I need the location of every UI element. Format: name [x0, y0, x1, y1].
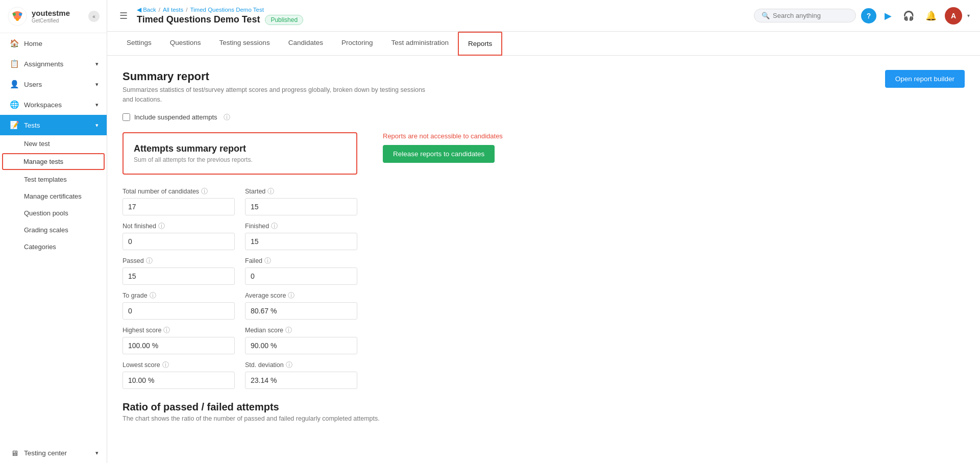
stat-value-not-finished [122, 233, 235, 250]
open-report-builder-button[interactable]: Open report builder [885, 70, 965, 88]
stat-info-icon-4[interactable]: ⓘ [146, 256, 153, 265]
sidebar-sub-manage-tests[interactable]: Manage tests [2, 153, 105, 170]
tab-candidates[interactable]: Candidates [279, 32, 332, 55]
breadcrumb-back[interactable]: ◀ Back [137, 6, 156, 13]
summary-description: Summarizes statistics of test/survey att… [122, 85, 429, 105]
tab-settings[interactable]: Settings [117, 32, 161, 55]
stat-to-grade: To grade ⓘ [122, 291, 235, 320]
not-accessible-text: Reports are not accessible to candidates [383, 132, 503, 140]
topbar: ☰ ◀ Back / All tests / Timed Questions D… [107, 0, 980, 32]
include-suspended-info-icon[interactable]: ⓘ [224, 113, 230, 122]
stat-value-median-score [245, 337, 357, 354]
stat-info-icon-0[interactable]: ⓘ [201, 187, 208, 196]
tests-arrow-icon: ▾ [95, 122, 99, 129]
users-icon: 👤 [10, 80, 19, 89]
sidebar-item-label-workspaces: Workspaces [24, 101, 62, 109]
sidebar-sub-manage-certificates[interactable]: Manage certificates [0, 188, 107, 205]
stat-total-candidates: Total number of candidates ⓘ [122, 187, 235, 215]
tabs-bar: Settings Questions Testing sessions Cand… [107, 32, 980, 56]
testing-center-arrow-icon: ▾ [95, 450, 99, 456]
include-suspended-label: Include suspended attempts [134, 113, 217, 121]
stat-value-highest-score [122, 337, 235, 354]
logo-text: youtestme GetCertified [32, 9, 70, 23]
sidebar-item-assignments[interactable]: 📋 Assignments ▾ [0, 54, 107, 74]
stat-info-icon-8[interactable]: ⓘ [163, 326, 170, 335]
sidebar-item-label-assignments: Assignments [24, 60, 63, 68]
attempts-summary-card: Attempts summary report Sum of all attem… [122, 132, 357, 175]
sidebar: youtestme GetCertified « 🏠 Home 📋 Assign… [0, 0, 107, 463]
summary-title: Summary report [122, 70, 429, 83]
sidebar-sub-question-pools[interactable]: Question pools [0, 205, 107, 222]
tab-reports[interactable]: Reports [458, 32, 502, 56]
stat-label-lowest-score: Lowest score [122, 361, 160, 369]
stat-value-finished [245, 233, 357, 250]
tab-testing-sessions[interactable]: Testing sessions [210, 32, 279, 55]
sidebar-item-label-tests: Tests [24, 121, 40, 129]
testing-center-icon: 🖥 [10, 449, 19, 457]
stat-label-highest-score: Highest score [122, 327, 161, 334]
stat-not-finished: Not finished ⓘ [122, 222, 235, 250]
breadcrumb-area: ◀ Back / All tests / Timed Questions Dem… [137, 6, 303, 25]
ratio-section: Ratio of passed / failed attempts The ch… [122, 401, 965, 422]
stat-value-total-candidates [122, 198, 235, 215]
release-reports-button[interactable]: Release reports to candidates [383, 145, 495, 163]
sidebar-sub-test-templates[interactable]: Test templates [0, 171, 107, 188]
page-title: Timed Questions Demo Test [137, 14, 260, 25]
stat-info-icon-7[interactable]: ⓘ [288, 291, 295, 300]
sidebar-item-label-home: Home [24, 40, 42, 47]
sidebar-sub-new-test[interactable]: New test [0, 135, 107, 152]
ratio-description: The chart shows the ratio of the number … [122, 415, 965, 422]
breadcrumb-current[interactable]: Timed Questions Demo Test [190, 7, 263, 13]
search-icon: 🔍 [762, 12, 770, 19]
stat-info-icon-11[interactable]: ⓘ [286, 360, 292, 370]
stat-label-started: Started [245, 188, 265, 195]
sidebar-sub-categories[interactable]: Categories [0, 238, 107, 255]
stat-info-icon-9[interactable]: ⓘ [285, 326, 292, 335]
main-area: ☰ ◀ Back / All tests / Timed Questions D… [107, 0, 980, 463]
help-button[interactable]: ? [861, 8, 876, 23]
stat-failed: Failed ⓘ [245, 256, 357, 285]
headset-button[interactable]: 🎧 [900, 8, 917, 23]
topbar-right: 🔍 ? ▶ 🎧 🔔 A ▾ [754, 7, 970, 25]
include-suspended-checkbox[interactable] [122, 113, 130, 121]
tab-proctoring[interactable]: Proctoring [332, 32, 382, 55]
hamburger-button[interactable]: ☰ [117, 8, 130, 23]
stat-info-icon-5[interactable]: ⓘ [264, 256, 271, 265]
play-button[interactable]: ▶ [881, 8, 895, 23]
search-input[interactable] [773, 12, 848, 19]
published-badge: Published [265, 15, 303, 25]
sidebar-item-users[interactable]: 👤 Users ▾ [0, 74, 107, 94]
stat-value-started [245, 198, 357, 215]
stat-info-icon-1[interactable]: ⓘ [267, 187, 274, 196]
workspaces-icon: 🌐 [10, 100, 19, 109]
search-box[interactable]: 🔍 [754, 9, 856, 22]
content-area: Settings Questions Testing sessions Cand… [107, 32, 980, 463]
stat-info-icon-6[interactable]: ⓘ [150, 291, 156, 300]
stat-median-score: Median score ⓘ [245, 326, 357, 354]
notification-button[interactable]: 🔔 [922, 8, 940, 23]
svg-point-3 [16, 18, 19, 21]
sidebar-item-home[interactable]: 🏠 Home [0, 33, 107, 54]
sidebar-item-testing-center[interactable]: 🖥 Testing center ▾ [0, 443, 107, 463]
breadcrumb-sep1: / [159, 7, 160, 13]
tab-test-administration[interactable]: Test administration [382, 32, 458, 55]
stat-info-icon-10[interactable]: ⓘ [162, 360, 169, 370]
attempts-card-subtitle: Sum of all attempts for the previous rep… [134, 156, 346, 163]
sidebar-item-tests[interactable]: 📝 Tests ▾ [0, 115, 107, 135]
sidebar-collapse-button[interactable]: « [88, 11, 100, 22]
stat-label-median-score: Median score [245, 327, 283, 334]
breadcrumb-all-tests[interactable]: All tests [163, 7, 183, 13]
sidebar-item-workspaces[interactable]: 🌐 Workspaces ▾ [0, 94, 107, 115]
user-dropdown-arrow-icon[interactable]: ▾ [967, 13, 970, 18]
assignments-icon: 📋 [10, 59, 19, 68]
stat-info-icon-2[interactable]: ⓘ [158, 222, 165, 231]
svg-point-1 [13, 13, 16, 16]
avatar[interactable]: A [945, 7, 962, 25]
stat-info-icon-3[interactable]: ⓘ [271, 222, 278, 231]
summary-text-area: Summary report Summarizes statistics of … [122, 70, 429, 105]
stat-average-score: Average score ⓘ [245, 291, 357, 320]
tab-questions[interactable]: Questions [161, 32, 210, 55]
stat-label-failed: Failed [245, 257, 262, 264]
sidebar-sub-grading-scales[interactable]: Grading scales [0, 222, 107, 238]
summary-header: Summary report Summarizes statistics of … [122, 70, 965, 105]
